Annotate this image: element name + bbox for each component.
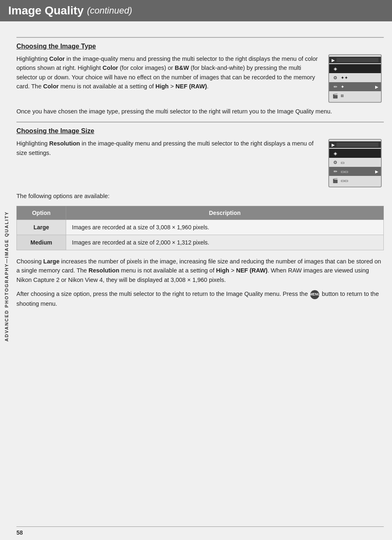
table-col1-header: Option (17, 206, 66, 219)
camera-menu-1: ▶ ◈ ⚙ ✦✦ ✏ ✦ ▶ (328, 54, 382, 103)
section-heading-2: Choosing the Image Size (16, 127, 94, 135)
section-heading-1: Choosing the Image Type (16, 43, 96, 50)
closing-para1: Choosing Large increases the number of p… (16, 257, 384, 284)
menu2-row-3: ✏ ▭▭ ▶ (329, 167, 381, 176)
menu2-icon-4: 🎬 (332, 178, 339, 183)
menu2-bar (337, 143, 378, 147)
header-title-italic: (continued) (87, 5, 132, 16)
menu2-icon-2: ⚙ (332, 160, 339, 165)
sidebar-label: ADVANCED PHOTOGRAPHY—IMAGE QUALITY (4, 211, 9, 342)
menu1-icon-1: ◈ (332, 66, 339, 72)
menu1-bar (337, 58, 378, 62)
section1-menu-image: ▶ ◈ ⚙ ✦✦ ✏ ✦ ▶ (326, 54, 384, 103)
menu2-icon-3: ✏ (332, 169, 339, 174)
menu2-arrow-3: ▶ (375, 169, 378, 174)
section1-para1: Highlighting Color in the image-quality … (16, 54, 318, 91)
closing-para2: After choosing a size option, press the … (16, 289, 384, 308)
section2-menu-image: ▶ ◈ ⚙ ▭ ✏ ▭▭ ▶ (326, 139, 384, 187)
menu2-topbar: ▶ (329, 141, 381, 148)
menu2-row-2: ⚙ ▭ (329, 158, 381, 167)
section-image-type: Choosing the Image Type Highlighting Col… (16, 37, 384, 116)
bottom-line (16, 526, 384, 527)
menu1-icon-3: ✏ (332, 84, 339, 90)
table-cell-option: Large (17, 219, 66, 235)
table-cell-description: Images are recorded at a size of 2,000 ×… (66, 235, 384, 250)
menu2-row-1: ◈ (329, 149, 381, 158)
section1-two-col: Highlighting Color in the image-quality … (16, 54, 384, 103)
table-col2-header: Description (66, 206, 384, 219)
header-bar: Image Quality (continued) (0, 0, 392, 21)
main-content: Choosing the Image Type Highlighting Col… (16, 21, 384, 308)
menu1-row-2: ⚙ ✦✦ (329, 73, 381, 82)
menu2-play-icon: ▶ (332, 143, 335, 147)
menu1-icon-4: 🎬 (332, 93, 339, 99)
menu1-play-icon: ▶ (332, 58, 335, 62)
section2-text: Highlighting Resolution in the image-qua… (16, 139, 318, 162)
section2-two-col: Highlighting Resolution in the image-qua… (16, 139, 384, 187)
table-row: MediumImages are recorded at a size of 2… (17, 235, 384, 250)
menu2-row-4: 🎬 ▭▭ (329, 176, 381, 185)
camera-menu-2: ▶ ◈ ⚙ ▭ ✏ ▭▭ ▶ (328, 139, 382, 187)
section2-para2: The following options are available: (16, 192, 384, 201)
divider-1 (16, 37, 384, 38)
sidebar: ADVANCED PHOTOGRAPHY—IMAGE QUALITY (0, 29, 13, 524)
section1-text: Highlighting Color in the image-quality … (16, 54, 318, 96)
table-cell-option: Medium (17, 235, 66, 250)
menu2-icon-1: ◈ (332, 151, 339, 156)
section1-para2: Once you have chosen the image type, pre… (16, 107, 384, 116)
menu1-icon-2: ⚙ (332, 75, 339, 81)
table-row: LargeImages are recorded at a size of 3,… (17, 219, 384, 235)
menu1-row-3: ✏ ✦ ▶ (329, 82, 381, 91)
header-title-main: Image Quality (8, 4, 84, 17)
divider-2 (16, 122, 384, 122)
section-image-size: Choosing the Image Size Highlighting Res… (16, 122, 384, 308)
options-table: Option Description LargeImages are recor… (16, 206, 384, 250)
menu1-arrow-3: ▶ (375, 85, 378, 89)
menu-button-icon: MENU (310, 290, 319, 299)
menu1-topbar: ▶ (329, 57, 381, 63)
menu1-row-4: 🎬 ⊞ (329, 91, 381, 100)
page-number: 58 (16, 529, 23, 536)
menu1-row-1: ◈ (329, 64, 381, 73)
table-cell-description: Images are recorded at a size of 3,008 ×… (66, 219, 384, 235)
section2-para1: Highlighting Resolution in the image-qua… (16, 139, 318, 157)
